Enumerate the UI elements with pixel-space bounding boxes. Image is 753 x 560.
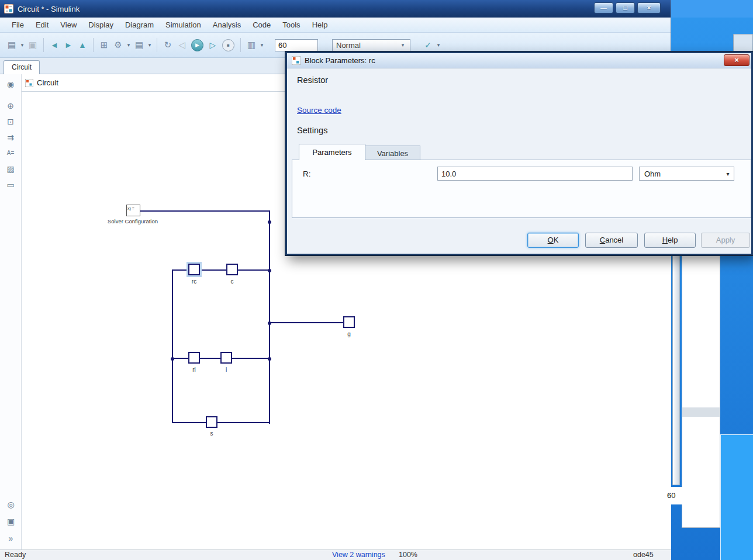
menu-view[interactable]: View — [54, 19, 82, 31]
zoom-level: 100% — [399, 551, 417, 559]
block-label: i — [215, 367, 238, 373]
block-label: s — [200, 430, 223, 437]
block-i[interactable] — [220, 352, 232, 364]
block-g[interactable] — [343, 316, 355, 328]
library-browser-icon[interactable]: ⊞ — [97, 38, 111, 52]
unit-caret-icon: ▾ — [724, 171, 731, 177]
forward-icon[interactable]: ► — [61, 38, 75, 52]
maximize-button[interactable]: □ — [616, 2, 635, 13]
source-code-link[interactable]: Source code — [297, 106, 341, 115]
block-rc[interactable] — [188, 264, 200, 275]
display-caret-icon[interactable]: ▾ — [258, 42, 265, 48]
solver-name: ode45 — [633, 551, 654, 559]
block-s[interactable] — [206, 416, 217, 428]
save-icon[interactable]: ▣ — [26, 38, 40, 52]
annotation-icon[interactable]: A= — [4, 147, 18, 160]
dialog-close-icon[interactable]: × — [724, 54, 749, 66]
run-icon[interactable]: ▶ — [191, 39, 203, 51]
param-r-input[interactable] — [437, 167, 633, 181]
close-button[interactable]: × — [637, 2, 661, 13]
simulation-mode-value: Normal — [336, 41, 361, 50]
menu-simulation[interactable]: Simulation — [160, 19, 207, 31]
explorer-caret-icon[interactable]: ▾ — [146, 42, 153, 48]
up-to-parent-icon[interactable]: ▲ — [75, 38, 89, 52]
left-palette: ◉ ⊕ ⊡ ⇉ A= ▨ ▭ ◎ ▣ » — [0, 74, 22, 549]
sample-time-icon[interactable]: ◎ — [4, 498, 18, 511]
menu-tools[interactable]: Tools — [277, 19, 306, 31]
property-inspector-icon[interactable]: ▣ — [4, 515, 18, 528]
wire[interactable] — [172, 422, 270, 423]
menu-code[interactable]: Code — [247, 19, 277, 31]
stop-time-input[interactable] — [275, 39, 318, 51]
model-configuration-icon[interactable]: ⚙ — [111, 38, 125, 52]
update-diagram-icon[interactable]: ↻ — [161, 38, 175, 52]
configuration-caret-icon[interactable]: ▾ — [125, 42, 132, 48]
cancel-button[interactable]: Cancel — [585, 233, 638, 248]
block-parameters-dialog: Block Parameters: rc × Resistor Source c… — [285, 51, 753, 255]
model-explorer-icon[interactable]: ▤ — [132, 38, 146, 52]
zoom-icon[interactable]: ⊕ — [4, 99, 18, 112]
block-c[interactable] — [226, 264, 238, 275]
block-type-heading: Resistor — [297, 75, 328, 85]
window-title: Circuit * - Simulink — [18, 5, 80, 13]
toolbar-separator — [240, 38, 241, 52]
stop-icon[interactable]: ■ — [222, 39, 234, 51]
simulation-display-icon[interactable]: ▥ — [244, 38, 258, 52]
parameters-panel: R: Ohm ▾ — [292, 160, 751, 218]
status-bar: Ready View 2 warnings 100% ode45 — [0, 549, 671, 560]
block-label: ri — [182, 367, 206, 373]
tab-parameters[interactable]: Parameters — [299, 144, 365, 160]
background-desktop-panel — [720, 434, 753, 560]
menu-diagram[interactable]: Diagram — [119, 19, 160, 31]
back-icon[interactable]: ◄ — [47, 38, 61, 52]
toolbar-separator — [93, 38, 94, 52]
block-ri[interactable] — [188, 352, 200, 364]
dialog-title: Block Parameters: rc — [305, 56, 375, 65]
wire[interactable] — [139, 210, 270, 212]
validate-icon[interactable]: ✓ — [421, 38, 435, 52]
wire[interactable] — [172, 269, 270, 271]
simulation-mode-select[interactable]: Normal ▾ — [332, 39, 410, 51]
step-back-icon[interactable]: ◁ — [175, 38, 189, 52]
menu-analysis[interactable]: Analysis — [207, 19, 247, 31]
background-stop-time-fragment: 60 — [662, 487, 682, 504]
apply-label: Apply — [702, 233, 749, 247]
unit-value: Ohm — [644, 170, 661, 178]
menu-display[interactable]: Display — [82, 19, 119, 31]
cancel-label: Cancel — [586, 233, 637, 247]
help-button[interactable]: Help — [644, 233, 696, 248]
open-caret-icon[interactable]: ▾ — [19, 42, 26, 48]
breadcrumb-item-circuit[interactable]: Circuit — [37, 78, 58, 87]
apply-button[interactable]: Apply — [701, 233, 750, 248]
param-r-label: R: — [303, 170, 311, 178]
image-icon[interactable]: ▨ — [4, 163, 18, 175]
tab-variables[interactable]: Variables — [365, 146, 420, 160]
block-solver-configuration[interactable]: x) = — [126, 205, 140, 216]
fit-to-view-icon[interactable]: ⊡ — [4, 115, 18, 128]
menu-edit[interactable]: Edit — [30, 19, 54, 31]
ok-button[interactable]: OK — [527, 233, 579, 248]
block-label: rc — [182, 278, 206, 285]
status-text: Ready — [5, 551, 26, 559]
ok-label: OK — [528, 233, 578, 247]
view-warnings-link[interactable]: View 2 warnings — [332, 551, 385, 559]
expand-palette-icon[interactable]: » — [4, 532, 18, 545]
menu-file[interactable]: File — [6, 19, 30, 31]
auto-arrange-icon[interactable]: ⇉ — [4, 131, 18, 144]
open-model-icon[interactable]: ▤ — [5, 38, 19, 52]
area-icon[interactable]: ▭ — [4, 178, 18, 191]
minimize-button[interactable]: — — [594, 2, 613, 13]
wire[interactable] — [269, 210, 270, 424]
toolbar-separator — [43, 38, 44, 52]
block-label: g — [337, 331, 361, 337]
validate-caret-icon[interactable]: ▾ — [435, 42, 442, 48]
tab-circuit[interactable]: Circuit — [4, 60, 40, 74]
mode-caret-icon: ▾ — [399, 42, 406, 48]
menu-help[interactable]: Help — [306, 19, 334, 31]
wire[interactable] — [270, 322, 344, 323]
step-forward-icon[interactable]: ▷ — [206, 38, 220, 52]
browse-icon[interactable]: ◉ — [4, 78, 18, 91]
wire[interactable] — [172, 269, 173, 423]
unit-select[interactable]: Ohm ▾ — [639, 167, 734, 181]
wire-junction — [268, 357, 271, 361]
